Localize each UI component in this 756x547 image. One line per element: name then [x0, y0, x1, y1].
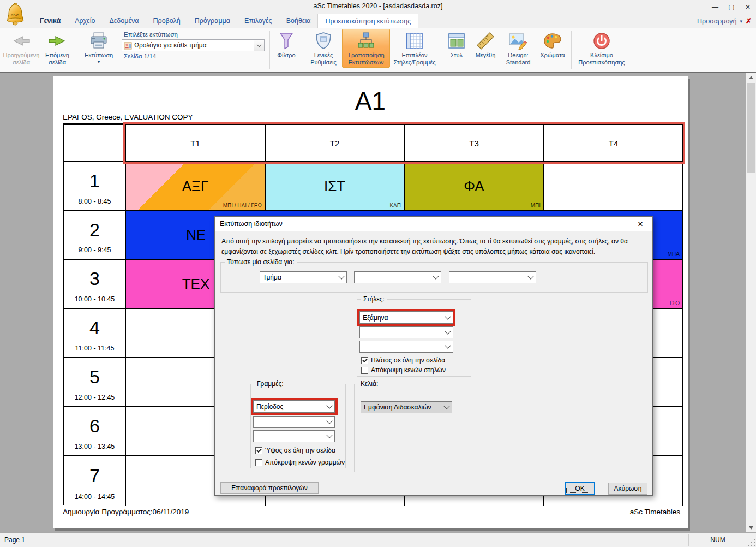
svg-text:aSc: aSc: [11, 13, 19, 17]
dialog-title-bar[interactable]: Εκτύπωση ιδιοτήτων ✕: [215, 217, 652, 231]
creation-date-text: Δημιουργία Προγράμματος:06/11/2019: [63, 508, 189, 516]
modify-printouts-button[interactable]: Τροποποίηση Εκτυπώσεων: [342, 29, 390, 68]
chevron-down-icon: [337, 276, 346, 278]
print-type-value: Ωρολόγιο για κάθε τμήμα: [132, 41, 254, 49]
design-button[interactable]: Design: Standard: [501, 29, 536, 68]
columns-combo-2[interactable]: [359, 326, 453, 338]
status-bar: Page 1 NUM: [0, 532, 756, 547]
chevron-down-icon: [526, 276, 536, 278]
ok-button[interactable]: OK: [565, 482, 595, 495]
print-type-dropdown-button[interactable]: [254, 40, 264, 51]
checkbox-hide-empty-columns[interactable]: Απόκρυψη κενών στηλών: [361, 366, 446, 374]
row-label-4: 4 11:00 - 11:45: [64, 308, 125, 358]
tab-dedomena[interactable]: Δεδομένα: [102, 14, 146, 28]
rows-combo-1[interactable]: Περίοδος: [253, 400, 335, 413]
scroll-down-button[interactable]: [746, 523, 756, 532]
customize-menu[interactable]: Προσαρμογή: [697, 17, 737, 25]
maximize-button[interactable]: ▢: [723, 0, 740, 14]
print-type-icon: [124, 41, 132, 50]
checkbox-full-page-height[interactable]: Ύψος σε όλη την σελίδα: [255, 447, 335, 454]
sizes-button[interactable]: Μεγέθη: [470, 29, 501, 61]
row-label-7: 7 14:00 - 14:45: [64, 456, 125, 506]
chevron-down-icon: [443, 346, 453, 348]
rows-combo-2[interactable]: [253, 416, 335, 428]
scrollbar-thumb[interactable]: [747, 83, 755, 173]
chevron-down-icon: [325, 406, 334, 408]
general-settings-button[interactable]: Γενικές Ρυθμίσεις: [305, 29, 342, 68]
row-label-2: 2 9:00 - 9:45: [64, 211, 125, 259]
lesson-cell-fa: ΦΑ ΜΠΙ: [404, 162, 544, 211]
close-button[interactable]: ✕: [740, 0, 756, 14]
print-dropdown-icon[interactable]: ▾: [98, 60, 100, 64]
arrow-right-icon: [48, 31, 67, 51]
cells-combo[interactable]: Εμφάνιση Διδασκαλιών: [361, 401, 452, 413]
palette-icon: [543, 31, 562, 51]
timetable-cell-empty: [544, 162, 683, 211]
one-page-combo-3[interactable]: [449, 271, 536, 283]
rows-combo-3[interactable]: [253, 430, 335, 442]
window-title: aSc Timetables 2020 - [asdadasdasda.roz]: [0, 2, 756, 10]
cancel-button[interactable]: Ακύρωση: [608, 483, 647, 495]
page-indicator: Σελίδα 1/14: [124, 53, 265, 60]
teacher-label: ΚΑΠ: [389, 203, 401, 209]
column-header-t3: T3: [404, 124, 544, 162]
tab-epiloges[interactable]: Επιλογές: [237, 14, 279, 28]
row-label-6: 6 13:00 - 13:45: [64, 407, 125, 456]
page-title: A1: [53, 86, 688, 116]
row-label-5: 5 12:00 - 12:45: [64, 358, 125, 407]
filter-button[interactable]: Φίλτρο: [272, 29, 301, 61]
vertical-scrollbar[interactable]: [746, 73, 756, 532]
shield-icon: [315, 31, 332, 51]
next-page-button[interactable]: Επόμενη σελίδα: [39, 29, 75, 68]
teacher-label: ΜΠΙ: [531, 203, 541, 209]
checkbox-checked-icon[interactable]: [255, 447, 262, 454]
tab-genika[interactable]: Γενικά: [33, 14, 68, 28]
row-label-3: 3 10:00 - 10:45: [64, 259, 125, 308]
style-button[interactable]: Στυλ: [443, 29, 470, 61]
dialog-close-button[interactable]: ✕: [628, 217, 652, 231]
columns-combo-1[interactable]: Εξάμηνα: [359, 311, 453, 324]
timetable-corner-cell: [64, 124, 125, 162]
checkbox-full-page-width[interactable]: Πλάτος σε όλη την σελίδα: [361, 356, 445, 364]
chevron-down-icon: [443, 317, 453, 319]
chevron-down-icon: [325, 421, 334, 423]
picture-pencil-icon: [508, 31, 528, 51]
teacher-label: ΜΠΑ: [668, 251, 680, 257]
tab-print-preview[interactable]: Προεπισκόπηση εκτύπωσης: [317, 14, 418, 28]
one-page-combo-2[interactable]: [354, 271, 441, 283]
tab-provoli[interactable]: Προβολή: [146, 14, 188, 28]
chevron-down-icon: [443, 331, 453, 334]
reset-defaults-button[interactable]: Επαναφορά προεπιλογών: [220, 482, 319, 494]
print-button[interactable]: Εκτύπωση ▾: [79, 29, 118, 66]
checkbox-checked-icon[interactable]: [361, 357, 368, 364]
checkbox-hide-empty-rows[interactable]: Απόκρυψη κενών γραμμών: [255, 459, 345, 466]
group-cells: Κελιά:: [354, 384, 471, 472]
columns-combo-3[interactable]: [359, 341, 453, 353]
customize-dropdown-icon[interactable]: ▾: [740, 19, 743, 24]
teacher-label: ΤΣΟ: [669, 300, 680, 306]
print-properties-dialog: Εκτύπωση ιδιοτήτων ✕ Από αυτή την επιλογ…: [214, 216, 653, 496]
tab-voitheia[interactable]: Βοήθεια: [279, 14, 318, 28]
tab-programma[interactable]: Πρόγραμμα: [188, 14, 237, 28]
close-preview-button[interactable]: Κλείσιμο Προεπισκόπησης: [573, 29, 630, 68]
colors-button[interactable]: Χρώματα: [536, 29, 569, 61]
checkbox-unchecked-icon[interactable]: [361, 367, 368, 374]
tab-archeio[interactable]: Αρχείο: [68, 14, 102, 28]
arrow-left-icon: [12, 31, 31, 51]
scroll-up-button[interactable]: [746, 73, 756, 82]
select-print-label: Επιλέξτε εκτύπωση: [124, 31, 265, 38]
brand-text: aSc Timetables: [630, 508, 680, 516]
dialog-description: Από αυτή την επιλογή μπορείτε να τροποπο…: [221, 236, 639, 257]
minimize-button[interactable]: —: [707, 0, 723, 14]
funnel-icon: [279, 31, 294, 51]
row-label-1: 1 8:00 - 8:45: [64, 162, 125, 211]
menu-close-icon[interactable]: ✗: [746, 17, 752, 25]
one-page-combo-1[interactable]: Τμήμα: [260, 271, 347, 283]
print-type-combo[interactable]: Ωρολόγιο για κάθε τμήμα: [122, 39, 265, 51]
chevron-down-icon: [442, 406, 452, 408]
app-logo-bell-icon[interactable]: aSc: [5, 2, 26, 27]
previous-page-button[interactable]: Προηγούμενη σελίδα: [3, 29, 39, 68]
resize-grip[interactable]: [747, 538, 755, 546]
checkbox-unchecked-icon[interactable]: [255, 459, 262, 466]
extra-columns-rows-button[interactable]: Επιπλέον Στήλες/Γραμμές: [390, 29, 439, 68]
